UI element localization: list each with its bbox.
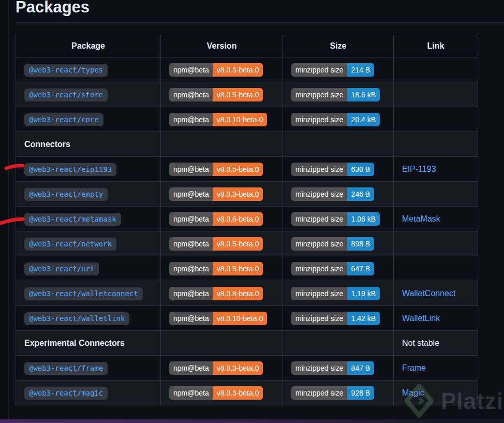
minzipped-size-badge[interactable]: minzipped size246 B (291, 187, 374, 201)
npm-badge-value: v8.0.5-beta.0 (213, 163, 263, 176)
size-cell: minzipped size18.6 kB (283, 82, 394, 107)
size-badge-value: 214 B (347, 63, 375, 77)
package-doc-link[interactable]: WalletConnect (402, 289, 455, 298)
packages-table: PackageVersionSizeLink @web3-react/types… (16, 35, 478, 405)
npm-badge-label: npm@beta (169, 88, 213, 101)
package-name-code-link[interactable]: @web3-react/eip1193 (24, 163, 116, 176)
package-doc-link[interactable]: Magic (402, 388, 424, 397)
minzipped-size-badge[interactable]: minzipped size20.4 kB (291, 113, 380, 126)
size-cell: minzipped size1.42 kB (283, 306, 394, 331)
npm-version-badge[interactable]: npm@betav8.0.5-beta.0 (169, 262, 263, 275)
package-doc-link[interactable]: MetaMask (402, 214, 440, 223)
link-cell: WalletLink (394, 306, 478, 331)
size-badge-value: 928 B (347, 386, 375, 400)
package-name-code-link[interactable]: @web3-react/url (24, 262, 99, 275)
npm-version-badge[interactable]: npm@betav8.0.5-beta.0 (169, 88, 263, 101)
minzipped-size-badge[interactable]: minzipped size928 B (291, 386, 374, 400)
minzipped-size-badge[interactable]: minzipped size214 B (291, 63, 374, 77)
package-row: @web3-react/storenpm@betav8.0.5-beta.0mi… (16, 82, 478, 107)
package-name-code-link[interactable]: @web3-react/types (24, 64, 108, 77)
section-row: Connectors (16, 132, 478, 157)
size-badge-value: 1.06 kB (347, 212, 380, 226)
minzipped-size-badge[interactable]: minzipped size847 B (291, 361, 374, 375)
npm-version-badge[interactable]: npm@betav8.0.3-beta.0 (169, 187, 263, 201)
minzipped-size-badge[interactable]: minzipped size1.42 kB (291, 312, 380, 325)
npm-badge-label: npm@beta (169, 237, 213, 251)
package-doc-link[interactable]: Frame (402, 363, 426, 372)
package-name-code-link[interactable]: @web3-react/network (24, 238, 116, 251)
package-row: @web3-react/urlnpm@betav8.0.5-beta.0minz… (16, 256, 478, 281)
npm-badge-value: v8.0.3-beta.0 (213, 187, 263, 201)
section-row: Experimental ConnectorsNot stable (16, 331, 478, 356)
package-name-code-link[interactable]: @web3-react/empty (24, 188, 108, 201)
size-badge-label: minzipped size (291, 312, 347, 325)
npm-version-badge[interactable]: npm@betav8.0.3-beta.0 (169, 386, 263, 400)
link-cell (394, 182, 478, 207)
size-badge-value: 847 B (347, 361, 375, 375)
package-row: @web3-react/emptynpm@betav8.0.3-beta.0mi… (16, 182, 478, 207)
npm-version-badge[interactable]: npm@betav8.0.3-beta.0 (169, 63, 263, 77)
package-doc-link[interactable]: WalletLink (402, 314, 440, 323)
minzipped-size-badge[interactable]: minzipped size898 B (291, 237, 374, 251)
section-title: Connectors (24, 140, 70, 149)
size-badge-value: 20.4 kB (347, 113, 380, 126)
link-cell (394, 57, 478, 82)
package-row: @web3-react/magicnpm@betav8.0.3-beta.0mi… (16, 381, 478, 405)
size-cell: minzipped size214 B (283, 57, 394, 82)
npm-version-badge[interactable]: npm@betav8.0.10-beta.0 (169, 312, 267, 325)
version-cell: npm@betav8.0.3-beta.0 (161, 57, 283, 82)
size-badge-label: minzipped size (291, 187, 347, 201)
package-name-code-link[interactable]: @web3-react/frame (24, 362, 108, 375)
npm-version-badge[interactable]: npm@betav8.0.10-beta.0 (169, 113, 267, 126)
package-row: @web3-react/eip1193npm@betav8.0.5-beta.0… (16, 157, 478, 182)
version-cell: npm@betav8.0.3-beta.0 (161, 356, 283, 381)
size-badge-label: minzipped size (291, 88, 347, 101)
size-cell: minzipped size630 B (283, 157, 394, 182)
package-row: @web3-react/corenpm@betav8.0.10-beta.0mi… (16, 107, 478, 132)
package-name-code-link[interactable]: @web3-react/magic (24, 387, 108, 400)
npm-badge-value: v8.0.5-beta.0 (213, 88, 263, 101)
package-cell: @web3-react/magic (16, 381, 161, 405)
npm-badge-label: npm@beta (169, 361, 213, 375)
package-name-code-link[interactable]: @web3-react/store (24, 89, 108, 101)
link-cell (394, 256, 478, 281)
empty-size-cell (283, 132, 394, 157)
npm-badge-value: v8.0.5-beta.0 (213, 262, 263, 275)
minzipped-size-badge[interactable]: minzipped size630 B (291, 163, 374, 176)
npm-badge-value: v8.0.10-beta.0 (213, 312, 268, 325)
npm-badge-value: v8.0.3-beta.0 (213, 361, 263, 375)
package-row: @web3-react/networknpm@betav8.0.5-beta.0… (16, 231, 478, 256)
package-row: @web3-react/metamasknpm@betav8.0.6-beta.… (16, 207, 478, 231)
section-label-cell: Experimental Connectors (16, 331, 161, 356)
package-cell: @web3-react/frame (16, 356, 161, 381)
package-doc-link[interactable]: EIP-1193 (402, 165, 436, 173)
npm-version-badge[interactable]: npm@betav8.0.6-beta.0 (169, 212, 263, 226)
minzipped-size-badge[interactable]: minzipped size18.6 kB (291, 88, 380, 101)
size-cell: minzipped size847 B (283, 356, 394, 381)
bottom-window-edge-bar (0, 419, 504, 423)
package-cell: @web3-react/metamask (16, 207, 161, 231)
package-cell: @web3-react/network (16, 231, 161, 256)
npm-badge-label: npm@beta (169, 163, 213, 176)
package-row: @web3-react/walletlinknpm@betav8.0.10-be… (16, 306, 478, 331)
package-cell: @web3-react/core (16, 107, 161, 132)
version-cell: npm@betav8.0.10-beta.0 (161, 107, 283, 132)
package-name-code-link[interactable]: @web3-react/core (24, 113, 103, 126)
npm-badge-value: v8.0.8-beta.0 (213, 287, 263, 300)
npm-version-badge[interactable]: npm@betav8.0.3-beta.0 (169, 361, 263, 375)
npm-version-badge[interactable]: npm@betav8.0.8-beta.0 (169, 287, 263, 300)
minzipped-size-badge[interactable]: minzipped size1.19 kB (291, 287, 380, 300)
package-name-code-link[interactable]: @web3-react/walletconnect (24, 287, 143, 300)
package-name-code-link[interactable]: @web3-react/walletlink (24, 312, 129, 325)
minzipped-size-badge[interactable]: minzipped size1.06 kB (291, 212, 380, 226)
minzipped-size-badge[interactable]: minzipped size647 B (291, 262, 374, 275)
link-cell (394, 231, 478, 256)
npm-version-badge[interactable]: npm@betav8.0.5-beta.0 (169, 163, 263, 176)
link-cell: Magic (394, 381, 478, 405)
size-badge-label: minzipped size (291, 361, 347, 375)
version-cell: npm@betav8.0.3-beta.0 (161, 182, 283, 207)
size-cell: minzipped size20.4 kB (283, 107, 394, 132)
package-name-code-link[interactable]: @web3-react/metamask (24, 213, 121, 226)
npm-version-badge[interactable]: npm@betav8.0.5-beta.0 (169, 237, 263, 251)
version-cell: npm@betav8.0.10-beta.0 (161, 306, 283, 331)
